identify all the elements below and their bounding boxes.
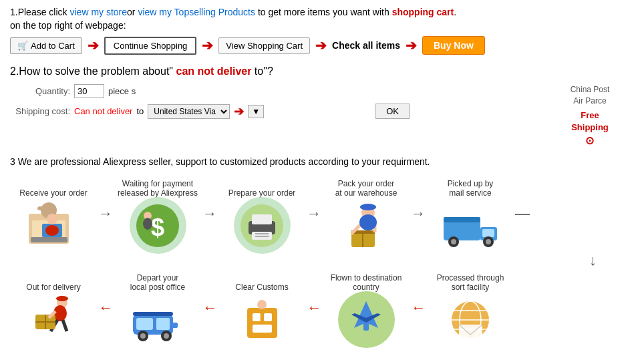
flow-arrow-2: → [202,205,217,222]
flow-img-pickup [440,200,500,250]
flow-item-receive: Receive your order [10,176,97,250]
svg-rect-59 [170,323,178,328]
flow-bottom-row: Processed through sort facility → Flown … [10,270,630,345]
step2-left: Quantity: piece s Shipping cost: Can not… [10,84,523,124]
flow-label-customs: Clear Customs [235,270,288,292]
svg-point-56 [140,333,146,339]
vertical-arrow-down-icon: ↓ [589,252,597,269]
continue-shopping-label: Continue Shopping [114,41,188,51]
flow-arrow-bottom-2: → [202,299,217,317]
circle-icon: ⊙ [585,135,594,146]
svg-rect-63 [58,297,66,300]
svg-rect-53 [136,318,153,330]
svg-point-31 [451,239,456,244]
arrow4-icon: ➔ [406,37,417,53]
flow-diagram: Receive your order → Waiting for [10,176,630,345]
svg-rect-23 [363,204,373,209]
shipping-row: Shipping cost: Can not deliver to United… [10,104,523,119]
flow-img-depart [128,295,188,345]
svg-rect-46 [247,308,277,338]
svg-rect-27 [444,220,480,240]
view-store-link[interactable]: view my store [69,7,127,17]
ok-label: OK [386,106,399,116]
step1-paragraph: 1.Please click view my storeor view my T… [10,7,630,17]
quantity-input[interactable] [74,84,104,98]
shopping-cart-text: shopping cart [392,7,454,17]
flow-item-depart: Depart your local post office [114,270,201,345]
vertical-arrow-container: ↓ [10,252,630,269]
dropdown-arrow-icon[interactable]: ▼ [248,105,264,118]
free-shipping-label: Free Shipping ⊙ [571,110,609,149]
step2-block: Quantity: piece s Shipping cost: Can not… [10,84,630,148]
flow-label-pack: Pack your order at our warehouse [335,176,397,198]
view-shopping-cart-button[interactable]: View Shopping Cart [218,37,310,54]
flow-img-customs: L [232,295,292,345]
flow-img-prepare [232,200,292,250]
svg-rect-16 [255,233,269,234]
flow-img-pack [336,200,396,250]
step3-text: 3 We are professional Aliexpress seller,… [10,156,630,167]
shipping-country-select[interactable]: United States Via [148,104,230,119]
flow-img-flown [336,295,396,345]
flow-item-pickup: Picked up by mail service [427,176,514,250]
svg-rect-29 [482,229,494,237]
view-topselling-link[interactable]: view my Topselling Products [138,7,255,17]
cart-icon: 🛒 [17,41,28,51]
buy-now-label: Buy Now [434,40,474,51]
flow-item-sort: Processed through sort facility [427,270,514,345]
cannot-deliver-label: Can not deliver [74,106,132,116]
flow-img-payment: $ [128,200,188,250]
shipping-label: Shipping cost: [10,106,70,116]
flow-arrow-4: → [411,205,426,222]
svg-rect-45 [363,323,369,331]
china-post-line2: Air Parce [573,96,606,106]
view-shopping-cart-label: View Shopping Cart [226,41,303,51]
china-post-label: China Post Air Parce [571,84,610,107]
flow-arrow-bottom-4: → [411,299,426,317]
piece-s-label: piece s [108,86,136,96]
flow-img-sort [440,295,500,345]
svg-rect-14 [252,214,272,224]
step1-period: . [454,7,456,17]
svg-line-66 [63,320,67,331]
arrow2-icon: ➔ [202,37,213,53]
flow-arrow-1: → [98,205,113,222]
step2-heading: 2.How to solve the problem about" can no… [10,65,630,77]
add-to-cart-label: Add to Cart [31,41,75,51]
svg-text:$: $ [151,214,164,241]
step1-or: or [127,7,138,17]
china-post-line1: China Post [571,85,610,94]
flow-label-prepare: Prepare your order [228,176,296,198]
flow-label-depart: Depart your local post office [130,270,186,292]
flow-arrow-bottom-1: → [98,299,113,317]
svg-rect-49 [253,325,272,333]
flow-item-flown: Flown to destination country [323,270,410,345]
buy-now-button[interactable]: Buy Now [422,36,485,55]
step2-heading-post: to"? [251,65,273,77]
svg-point-58 [164,333,169,339]
svg-rect-54 [156,318,170,330]
svg-point-7 [45,225,59,236]
svg-text:L: L [259,314,263,321]
flow-arrow-5: — [515,205,530,222]
continue-shopping-button[interactable]: Continue Shopping [104,37,197,55]
svg-rect-60 [133,312,173,316]
flow-item-pack: Pack your order at our warehouse [323,176,410,250]
step1-text-prefix: 1.Please click [10,7,69,17]
flow-item-prepare: Prepare your order [218,176,305,250]
svg-rect-34 [444,217,480,222]
on-top-line: on the top right of webpage: [10,20,630,31]
flow-label-sort: Processed through sort facility [437,270,504,292]
svg-point-11 [143,218,152,230]
cannot-deliver-heading: can not deliver [173,65,251,77]
flow-item-customs: Clear Customs L [218,270,305,345]
quantity-row: Quantity: piece s [10,84,523,98]
svg-rect-17 [255,236,269,237]
flow-label-delivery: Out for delivery [26,270,80,292]
add-to-cart-button[interactable]: 🛒 Add to Cart [10,37,82,54]
toolbar-row: 🛒 Add to Cart ➔ Continue Shopping ➔ View… [10,36,630,55]
flow-label-pickup: Picked up by mail service [448,176,494,198]
ok-button[interactable]: OK [375,104,410,119]
to-label: to [136,106,144,116]
arrow1-icon: ➔ [88,37,99,53]
